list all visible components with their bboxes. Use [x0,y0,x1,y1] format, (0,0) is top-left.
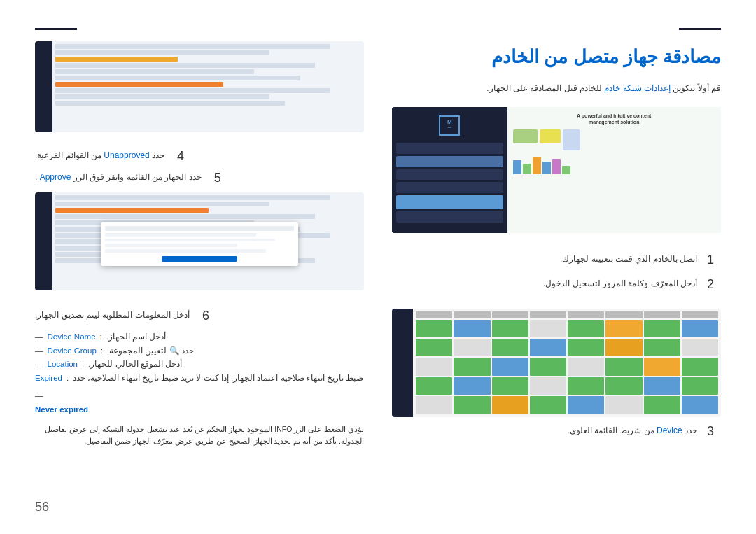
dash-line-4: — [35,389,43,403]
device-group-label: Device Group [48,344,97,358]
steps-1-3: 1 اتصل بالخادم الذي قمت بتعيينه لجهازك. … [392,253,721,302]
menu-item-2 [396,156,503,167]
menu-item-1 [396,143,503,154]
cal-header [416,311,718,318]
step-6-section: 6 أدخل المعلومات المطلوبة ليتم تصديق الج… [35,309,364,447]
step5-highlight: Approve [40,172,71,182]
page-container: 4 حدد Unapproved من القوائم الفرعية. 5 ح… [0,0,756,534]
step-5-number: 5 [207,171,221,185]
step-4-item: 4 حدد Unapproved من القوائم الفرعية. [35,149,364,164]
step-2-text: أدخل المعرّف وكلمة المرور لتسجيل الدخول. [392,277,697,290]
device-group-description: حدد 🔍 لتعيين المجموعة. [107,344,194,358]
location-label: Location [48,358,78,372]
device-group-detail: حدد 🔍 لتعيين المجموعة. : Device Group — [35,344,364,358]
step-6-number: 6 [195,309,209,323]
step-5-text: حدد الجهاز من القائمة وانقر فوق الزر App… [35,171,202,184]
step3-highlight: Device [657,426,682,435]
step5-post: . [35,172,37,182]
expired-label: Expired [35,372,62,386]
dash-line-3: — [35,358,43,372]
device-name-label: Device Name [48,330,96,344]
device-name-detail: أدخل اسم الجهاز. : Device Name — [35,330,364,344]
logo-text: M─ [447,120,452,132]
step-1-number: 1 [697,253,714,267]
page-number: 56 [35,500,49,514]
menu-item-4 [396,182,503,193]
page-subtitle: قم أولاً بتكوين إعدادات شبكة خادم للخادم… [392,82,721,95]
step-5-item: 5 حدد الجهاز من القائمة وانقر فوق الزر A… [35,171,364,185]
location-description: أدخل الموقع الحالي للجهاز. [88,358,182,372]
step-4-text: حدد Unapproved من القوائم الفرعية. [35,149,164,162]
dash-4: : [66,372,69,386]
dash-1: : [100,330,102,344]
step4-pre: حدد [152,150,164,160]
modal-button[interactable] [162,256,237,262]
step-4-number: 4 [170,149,184,164]
dash-line-2: — [35,344,43,358]
expired-detail: ضبط تاريخ انتهاء صلاحية اعتماد الجهاز. إ… [35,372,364,403]
never-expired-detail: Never expired [35,403,364,417]
step-3-item: 3 حدد Device من شريط القائمة العلوي. [392,424,721,439]
subtitle-highlight: إعدادات شبكة خادم [604,83,671,93]
device-name-description: أدخل اسم الجهاز. [106,330,167,344]
expired-description: ضبط تاريخ انتهاء صلاحية اعتماد الجهاز. إ… [73,372,363,386]
step-6-item: 6 أدخل المعلومات المطلوبة ليتم تصديق الج… [35,309,364,323]
step-3-text: حدد Device من شريط القائمة العلوي. [392,424,697,437]
sidebar-mock [35,41,52,132]
right-screenshot-1: M─ A powerful and intuitive contentmanag… [392,107,721,233]
step-1-item: 1 اتصل بالخادم الذي قمت بتعيينه لجهازك. [392,253,721,267]
location-detail: أدخل الموقع الحالي للجهاز. : Location — [35,358,364,372]
logo-mock: M─ [439,115,460,136]
step3-pre: حدد [685,426,697,435]
color-blocks [513,129,716,150]
subtitle-pre: قم أولاً بتكوين [673,83,721,93]
step-3-number: 3 [697,424,714,439]
cal-sidebar [392,309,413,417]
step5-pre: حدد الجهاز من القائمة وانقر فوق الزر [74,172,202,182]
cal-content [413,309,721,417]
page-title: مصادقة جهاز متصل من الخادم [392,44,721,69]
step-2-number: 2 [697,277,714,292]
left-panel-mock: M─ [392,107,507,233]
left-column: 4 حدد Unapproved من القوائم الفرعية. 5 ح… [35,28,364,513]
modal-overlay [101,222,298,266]
dash-3: : [82,358,84,372]
step4-post: من القوائم الفرعية. [35,150,102,160]
dash-line-1: — [35,330,43,344]
step-2-item: 2 أدخل المعرّف وكلمة المرور لتسجيل الدخو… [392,277,721,292]
step4-highlight: Unapproved [104,150,149,160]
right-screenshot-2 [392,309,721,417]
mock-title: A powerful and intuitive contentmanageme… [513,113,716,125]
left-screenshot-1 [35,41,364,132]
step-1-text: اتصل بالخادم الذي قمت بتعيينه لجهازك. [392,253,697,266]
note-text: يؤدي الضغط على الزر INFO الموجود بجهاز ا… [35,423,364,447]
subtitle-post: للخادم قبل المصادقة على الجهاز. [486,83,602,93]
menu-item-3 [396,169,503,181]
steps-4-5: 4 حدد Unapproved من القوائم الفرعية. 5 ح… [35,149,364,192]
cal-grid [416,320,718,414]
right-column: مصادقة جهاز متصل من الخادم قم أولاً بتكو… [392,28,721,513]
step-6-text: أدخل المعلومات المطلوبة ليتم تصديق الجها… [35,309,190,322]
left-screenshot-2 [35,192,364,290]
dash-2: : [101,344,103,358]
search-icon: 🔍 [167,346,178,355]
right-panel-mock: A powerful and intuitive contentmanageme… [507,107,722,233]
calendar-mock [392,309,721,417]
sidebar-mock-2 [35,192,52,290]
bar-chart [513,153,716,174]
menu-item-6 [396,211,503,223]
left-border-line [35,28,77,30]
step3-post: من شريط القائمة العلوي. [567,426,654,435]
menu-item-5 [396,195,503,209]
never-expired-label: Never expired [35,403,88,417]
colorful-mock: M─ A powerful and intuitive contentmanag… [392,107,721,233]
